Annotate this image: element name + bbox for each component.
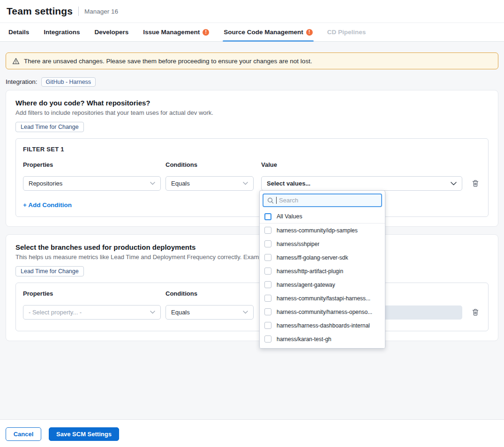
chevron-down-icon <box>150 182 155 185</box>
tab-source-code-management[interactable]: Source Code Management ! <box>224 23 313 41</box>
column-headers: Properties Conditions Value <box>23 161 481 168</box>
lead-time-chip: Lead Time for Change <box>15 122 84 132</box>
branch-filter-panel: Properties Conditions - Select property.… <box>15 283 489 331</box>
tab-details[interactable]: Details <box>8 23 29 41</box>
tab-issue-management[interactable]: Issue Management ! <box>143 23 209 41</box>
dropdown-search-wrap <box>263 194 382 207</box>
dropdown-option[interactable]: harness/karan-test-gh <box>260 332 385 346</box>
checkbox-icon[interactable] <box>264 295 271 302</box>
column-headers: Properties Conditions <box>23 290 481 297</box>
repositories-card-title: Where do you code? What repositories? <box>15 99 489 107</box>
filter-set-label: FILTER SET 1 <box>23 146 481 153</box>
chevron-down-icon <box>243 311 248 314</box>
checkbox-icon[interactable] <box>264 268 271 275</box>
checkbox-icon[interactable] <box>264 281 271 288</box>
integration-chip: GitHub - Harness <box>41 77 96 87</box>
footer-actions: Cancel Save SCM Settings <box>0 419 504 447</box>
checkbox-icon[interactable] <box>264 254 271 261</box>
content-area: There are unsaved changes. Please save t… <box>0 42 504 419</box>
cancel-button[interactable]: Cancel <box>6 427 41 441</box>
branch-property-select[interactable]: - Select property... - <box>23 305 161 320</box>
warning-badge-icon: ! <box>203 29 209 36</box>
filter-row: Repositories Equals Select values... <box>23 176 481 191</box>
branch-condition-select[interactable]: Equals <box>165 305 254 320</box>
metric-chip-row: Lead Time for Change <box>15 122 489 132</box>
integration-row: Integration: GitHub - Harness <box>6 77 498 87</box>
search-icon <box>267 197 274 204</box>
dropdown-option[interactable]: harness/agent-gateway <box>260 278 385 291</box>
save-scm-settings-button[interactable]: Save SCM Settings <box>49 427 119 441</box>
add-condition-row: + Add Condition <box>23 201 481 209</box>
dropdown-option[interactable]: harness-community/idp-samples <box>260 224 385 237</box>
integration-label: Integration: <box>6 78 38 85</box>
team-settings-page: Team settings Manager 16 Details Integra… <box>0 0 504 447</box>
settings-tabbar: Details Integrations Developers Issue Ma… <box>0 22 504 42</box>
branches-card: Select the branches used for production … <box>6 234 498 341</box>
condition-select[interactable]: Equals <box>165 176 254 191</box>
banner-text: There are unsaved changes. Please save t… <box>24 58 312 65</box>
branches-card-title: Select the branches used for production … <box>15 243 489 251</box>
checkbox-icon[interactable] <box>264 322 271 329</box>
search-input[interactable] <box>279 197 377 204</box>
properties-column-label: Properties <box>23 161 161 168</box>
value-column-label: Value <box>261 161 462 168</box>
filter-row: - Select property... - Equals <box>23 305 481 320</box>
page-header: Team settings Manager 16 <box>0 0 504 22</box>
repositories-card: Where do you code? What repositories? Ad… <box>6 90 498 227</box>
warning-badge-icon: ! <box>306 29 313 36</box>
dropdown-option[interactable]: harness/ff-golang-server-sdk <box>260 251 385 264</box>
conditions-column-label: Conditions <box>165 290 254 297</box>
team-name-label: Manager 16 <box>84 8 118 15</box>
chevron-down-icon <box>150 311 155 314</box>
checkbox-icon[interactable] <box>264 240 271 247</box>
dropdown-option[interactable]: harness/harness-dashboards-internal <box>260 319 385 332</box>
metric-chip-row: Lead Time for Change <box>15 266 489 276</box>
tab-cd-pipelines: CD Pipelines <box>327 23 366 41</box>
delete-filter-button[interactable] <box>471 307 480 317</box>
add-condition-button[interactable]: + Add Condition <box>23 201 72 209</box>
text-cursor <box>276 197 277 204</box>
checkbox-icon[interactable] <box>264 335 271 343</box>
checkbox-icon[interactable] <box>264 213 271 220</box>
trash-icon <box>472 179 479 187</box>
dropdown-option[interactable]: harness/http-artifact-plugin <box>260 264 385 278</box>
property-select[interactable]: Repositories <box>23 176 161 191</box>
trash-icon <box>472 308 479 316</box>
delete-filter-button[interactable] <box>471 179 480 188</box>
warning-triangle-icon <box>12 58 20 65</box>
dropdown-option-clipped[interactable]: harness/... <box>260 346 385 349</box>
checkbox-icon[interactable] <box>264 227 271 234</box>
unsaved-changes-banner: There are unsaved changes. Please save t… <box>6 52 498 69</box>
dropdown-option[interactable]: harness-community/harness-openso... <box>260 305 385 319</box>
chevron-down-icon <box>451 182 457 186</box>
title-divider <box>78 7 79 16</box>
tab-integrations[interactable]: Integrations <box>44 23 80 41</box>
properties-column-label: Properties <box>23 290 161 297</box>
tab-developers[interactable]: Developers <box>95 23 129 41</box>
all-values-option[interactable]: All Values <box>260 210 385 224</box>
lead-time-chip: Lead Time for Change <box>15 266 84 276</box>
page-title: Team settings <box>7 6 73 17</box>
filter-set-panel: FILTER SET 1 Properties Conditions Value… <box>15 138 489 217</box>
dropdown-option[interactable]: harness-community/fastapi-harness... <box>260 291 385 305</box>
conditions-column-label: Conditions <box>165 161 254 168</box>
repositories-card-subtitle: Add filters to include repositories that… <box>15 109 489 116</box>
branches-card-subtitle: This helps us measure metrics like Lead … <box>15 253 489 261</box>
chevron-down-icon <box>243 182 248 185</box>
dropdown-search-box <box>263 194 382 207</box>
dropdown-option[interactable]: harness/sshpiper <box>260 237 385 251</box>
value-dropdown-panel: All Values harness-community/idp-samples… <box>259 190 385 349</box>
checkbox-icon[interactable] <box>264 308 271 315</box>
value-multiselect[interactable]: Select values... <box>261 176 462 191</box>
